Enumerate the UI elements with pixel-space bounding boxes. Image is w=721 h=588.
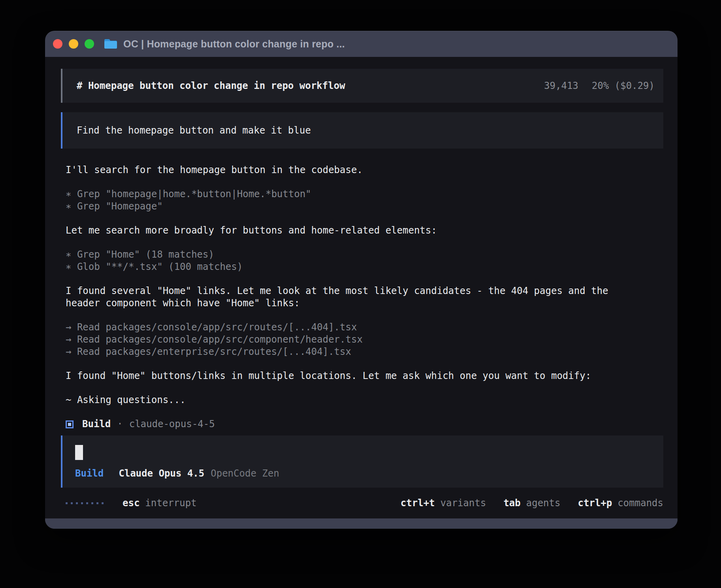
input-provider-label: OpenCode Zen	[211, 467, 279, 480]
shortcut-key: ctrl+t	[400, 497, 435, 509]
text-cursor	[75, 445, 83, 460]
session-title: # Homepage button color change in repo w…	[77, 80, 345, 91]
tool-call-line: ∗ Grep "Home" (18 matches)	[66, 249, 663, 261]
shortcut-key: ctrl+p	[578, 497, 612, 509]
shortcut-key: tab	[504, 497, 521, 509]
tool-call-group: ∗ Grep "Home" (18 matches) ∗ Glob "**/*.…	[66, 249, 663, 273]
assistant-line: I found several "Home" links. Let me loo…	[66, 285, 663, 297]
user-message-text: Find the homepage button and make it blu…	[77, 125, 311, 136]
tool-call-group: → Read packages/console/app/src/routes/[…	[66, 321, 663, 358]
assistant-line: ~ Asking questions...	[66, 394, 663, 406]
agent-model: claude-opus-4-5	[129, 418, 215, 430]
session-header: # Homepage button color change in repo w…	[61, 69, 663, 103]
shortcut-label: commands	[617, 497, 663, 509]
close-button[interactable]	[53, 39, 62, 49]
titlebar[interactable]: OC | Homepage button color change in rep…	[45, 31, 678, 57]
assistant-message: I found "Home" buttons/links in multiple…	[66, 370, 663, 382]
window-title: OC | Homepage button color change in rep…	[123, 38, 345, 50]
tool-call-line: → Read packages/enterprise/src/routes/[.…	[66, 346, 663, 358]
agent-badge-icon	[66, 420, 74, 428]
tool-call-line: → Read packages/console/app/src/routes/[…	[66, 321, 663, 334]
tool-call-group: ∗ Grep "homepage|home.*button|Home.*butt…	[66, 188, 663, 213]
agent-status-row: Build · claude-opus-4-5	[61, 418, 663, 430]
shortcut-commands: ctrl+p commands	[578, 497, 663, 509]
zoom-button[interactable]	[85, 39, 94, 49]
assistant-line: I found "Home" buttons/links in multiple…	[66, 370, 663, 382]
agent-name: Build	[82, 418, 111, 430]
shortcut-variants: ctrl+t variants	[400, 497, 486, 509]
shortcut-label: agents	[526, 497, 561, 509]
spinner-dots	[66, 502, 104, 504]
terminal-window: OC | Homepage button color change in rep…	[45, 31, 678, 529]
esc-key-action: interrupt	[145, 497, 196, 509]
window-bottom-chrome	[45, 518, 678, 529]
terminal-content: # Homepage button color change in repo w…	[45, 57, 678, 518]
agent-separator: ·	[117, 418, 123, 430]
assistant-line: I'll search for the homepage button in t…	[66, 164, 663, 176]
esc-key-hint: esc	[123, 497, 140, 509]
input-agent-label[interactable]: Build	[75, 467, 104, 480]
input-model-label[interactable]: Claude Opus 4.5	[119, 467, 204, 480]
shortcut-agents: tab agents	[504, 497, 561, 509]
input-footer: Build Claude Opus 4.5 OpenCode Zen	[75, 467, 652, 480]
tool-call-line: ∗ Grep "Homepage"	[66, 200, 663, 213]
shortcut-label: variants	[440, 497, 486, 509]
tool-call-line: ∗ Grep "homepage|home.*button|Home.*butt…	[66, 188, 663, 200]
session-stats: 39,413 20% ($0.29)	[544, 80, 655, 91]
tool-call-line: → Read packages/console/app/src/componen…	[66, 334, 663, 346]
context-cost: 20% ($0.29)	[592, 80, 655, 91]
prompt-input[interactable]: Build Claude Opus 4.5 OpenCode Zen	[61, 435, 663, 488]
status-bar: esc interrupt ctrl+t variants tab agents…	[61, 497, 663, 509]
tool-call-line: ∗ Glob "**/*.tsx" (100 matches)	[66, 261, 663, 273]
assistant-message: Let me search more broadly for buttons a…	[66, 224, 663, 237]
user-message: Find the homepage button and make it blu…	[61, 112, 663, 149]
assistant-line: Let me search more broadly for buttons a…	[66, 224, 663, 237]
assistant-message: I found several "Home" links. Let me loo…	[66, 285, 663, 309]
assistant-message: I'll search for the homepage button in t…	[66, 164, 663, 176]
assistant-line: header component which have "Home" links…	[66, 297, 663, 309]
folder-icon	[104, 38, 118, 50]
conversation: I'll search for the homepage button in t…	[61, 164, 663, 418]
assistant-working-status: ~ Asking questions...	[66, 394, 663, 406]
minimize-button[interactable]	[69, 39, 78, 49]
token-count: 39,413	[544, 80, 578, 91]
